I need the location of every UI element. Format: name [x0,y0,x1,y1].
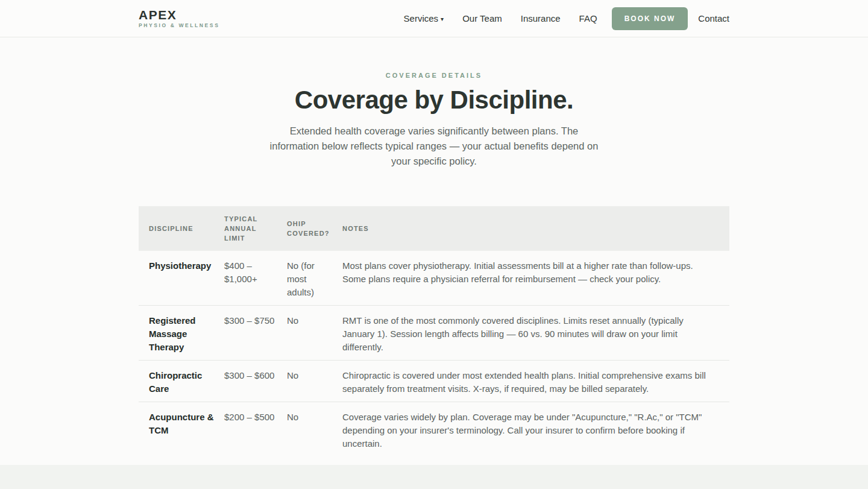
cell-notes: RMT is one of the most commonly covered … [342,306,729,361]
page-footer [0,465,868,489]
brand-logo[interactable]: APEX PHYSIO & WELLNESS [139,8,219,28]
nav-item-insurance[interactable]: Insurance [521,13,561,24]
cell-ohip-covered: No (for most adults) [287,251,342,306]
cell-discipline: Chiropractic Care [139,361,224,402]
book-now-button[interactable]: BOOK NOW [612,7,688,30]
top-navigation-bar: APEX PHYSIO & WELLNESS Services▾ Our Tea… [0,0,868,37]
table-row: Chiropractic Care $300 – $600 No Chiropr… [139,361,729,402]
brand-name: APEX [139,8,219,21]
table-row: Acupuncture & TCM $200 – $500 No Coverag… [139,402,729,457]
table-row: Registered Massage Therapy $300 – $750 N… [139,306,729,361]
cell-discipline: Acupuncture & TCM [139,402,224,457]
nav-item-faq[interactable]: FAQ [579,13,597,24]
column-header-ohip-covered: OHIP COVERED? [287,206,342,251]
table-header-row: DISCIPLINE TYPICAL ANNUAL LIMIT OHIP COV… [139,206,729,251]
nav-item-services-label: Services [404,13,439,24]
nav-item-services[interactable]: Services▾ [404,13,444,24]
main-nav: Services▾ Our Team Insurance FAQ BOOK NO… [404,7,729,30]
coverage-table: DISCIPLINE TYPICAL ANNUAL LIMIT OHIP COV… [139,206,729,456]
cell-ohip-covered: No [287,402,342,457]
page-subtitle: Extended health coverage varies signific… [268,124,600,169]
section-eyebrow: COVERAGE DETAILS [139,72,729,79]
coverage-table-wrapper: DISCIPLINE TYPICAL ANNUAL LIMIT OHIP COV… [139,206,729,456]
column-header-notes: NOTES [342,206,729,251]
cell-annual-limit: $300 – $750 [224,306,287,361]
main-content: COVERAGE DETAILS Coverage by Discipline.… [139,37,729,465]
chevron-down-icon: ▾ [441,16,444,22]
cell-notes: Chiropractic is covered under most exten… [342,361,729,402]
column-header-discipline: DISCIPLINE [139,206,224,251]
brand-tagline: PHYSIO & WELLNESS [139,23,219,28]
cell-discipline: Registered Massage Therapy [139,306,224,361]
nav-item-our-team[interactable]: Our Team [462,13,502,24]
cell-annual-limit: $400 – $1,000+ [224,251,287,306]
nav-item-contact[interactable]: Contact [698,13,729,24]
cell-notes: Coverage varies widely by plan. Coverage… [342,402,729,457]
column-header-typical-annual-limit: TYPICAL ANNUAL LIMIT [224,206,287,251]
table-row: Physiotherapy $400 – $1,000+ No (for mos… [139,251,729,306]
cell-annual-limit: $300 – $600 [224,361,287,402]
cell-ohip-covered: No [287,306,342,361]
cell-notes: Most plans cover physiotherapy. Initial … [342,251,729,306]
top-navigation-inner: APEX PHYSIO & WELLNESS Services▾ Our Tea… [139,0,729,37]
cell-ohip-covered: No [287,361,342,402]
cell-discipline: Physiotherapy [139,251,224,306]
cell-annual-limit: $200 – $500 [224,402,287,457]
page-title: Coverage by Discipline. [139,86,729,115]
